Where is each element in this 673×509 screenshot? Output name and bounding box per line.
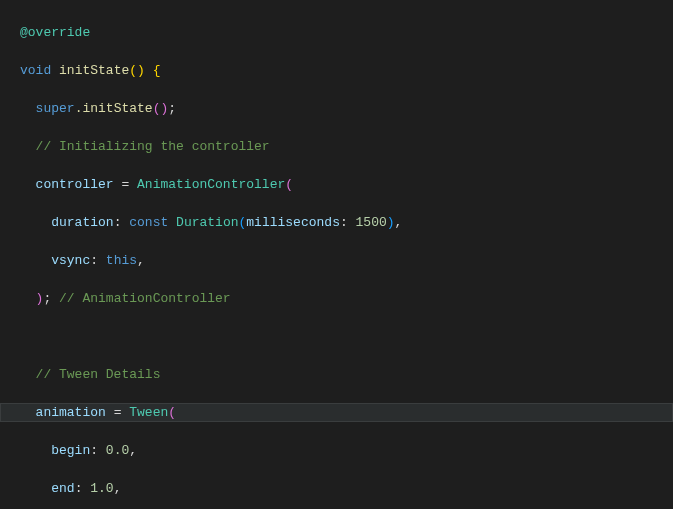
class-AnimationController: AnimationController: [137, 177, 285, 192]
code-line: end: 1.0,: [20, 479, 673, 498]
ident-animation: animation: [36, 405, 106, 420]
comment: // AnimationController: [59, 291, 231, 306]
code-line: controller = AnimationController(: [20, 175, 673, 194]
semicolon: ;: [168, 101, 176, 116]
code-line: void initState() {: [20, 61, 673, 80]
class-Tween: Tween: [129, 405, 168, 420]
param-duration: duration: [51, 215, 113, 230]
semicolon: ;: [43, 291, 51, 306]
paren: (): [129, 63, 145, 78]
code-line: super.initState();: [20, 99, 673, 118]
code-editor[interactable]: @override void initState() { super.initS…: [0, 0, 673, 509]
code-line: vsync: this,: [20, 251, 673, 270]
comment: // Initializing the controller: [36, 139, 270, 154]
param-end: end: [51, 481, 74, 496]
keyword-this: this: [106, 253, 137, 268]
comment: // Tween Details: [36, 367, 161, 382]
paren: (): [153, 101, 169, 116]
keyword-void: void: [20, 63, 51, 78]
num-begin: 0.0: [106, 443, 129, 458]
paren: (: [168, 405, 176, 420]
colon: :: [114, 215, 130, 230]
class-Duration: Duration: [176, 215, 238, 230]
op-eq: =: [106, 405, 129, 420]
keyword-super: super: [36, 101, 75, 116]
param-begin: begin: [51, 443, 90, 458]
code-line: begin: 0.0,: [20, 441, 673, 460]
comma: ,: [137, 253, 145, 268]
ident-controller: controller: [36, 177, 114, 192]
code-line: // Tween Details: [20, 365, 673, 384]
num-1500: 1500: [356, 215, 387, 230]
param-vsync: vsync: [51, 253, 90, 268]
paren: ): [387, 215, 395, 230]
code-line: animation = Tween(: [0, 403, 673, 422]
keyword-const: const: [129, 215, 168, 230]
colon: :: [90, 253, 106, 268]
code-line: ); // AnimationController: [20, 289, 673, 308]
code-line: // Initializing the controller: [20, 137, 673, 156]
colon: :: [75, 481, 91, 496]
brace: {: [153, 63, 161, 78]
num-end: 1.0: [90, 481, 113, 496]
paren: (: [285, 177, 293, 192]
code-line: @override: [20, 23, 673, 42]
colon: :: [340, 215, 356, 230]
comma: ,: [395, 215, 403, 230]
func-initState: .initState: [75, 101, 153, 116]
param-milliseconds: milliseconds: [246, 215, 340, 230]
func-initState: initState: [59, 63, 129, 78]
op-eq: =: [114, 177, 137, 192]
colon: :: [90, 443, 106, 458]
annotation-override: @override: [20, 25, 90, 40]
comma: ,: [129, 443, 137, 458]
code-line: duration: const Duration(milliseconds: 1…: [20, 213, 673, 232]
code-line: [20, 327, 673, 346]
comma: ,: [114, 481, 122, 496]
